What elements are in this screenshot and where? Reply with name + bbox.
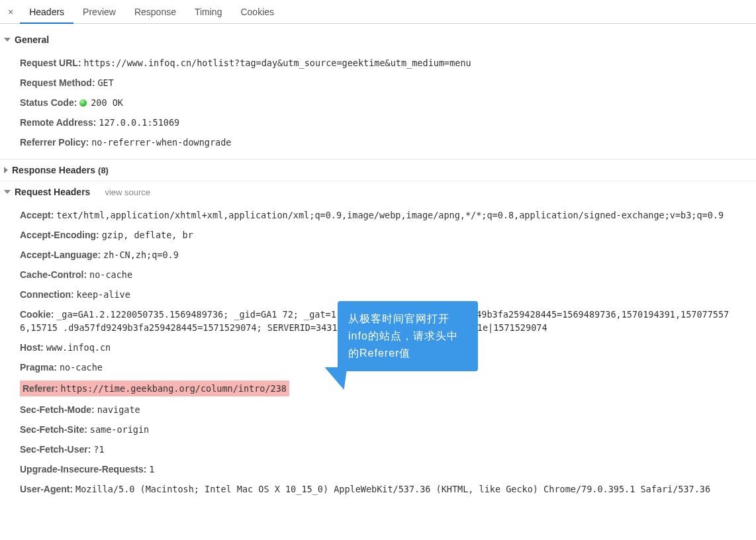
referer-highlight: Referer: https://time.geekbang.org/colum…: [20, 381, 289, 396]
accept-value: text/html,application/xhtml+xml,applicat…: [56, 210, 724, 220]
cookie-label: Cookie:: [20, 309, 54, 320]
annotation-tail-icon: [322, 367, 348, 390]
chevron-down-icon: [4, 38, 11, 42]
view-source-link[interactable]: view source: [105, 187, 150, 197]
pragma-value: no-cache: [60, 362, 103, 373]
cache-control-label: Cache-Control:: [20, 269, 87, 280]
accept-encoding-value: gzip, deflate, br: [102, 230, 193, 240]
chevron-down-icon: [4, 190, 11, 194]
status-code-value: 200 OK: [91, 97, 123, 108]
status-code-label: Status Code:: [20, 97, 77, 108]
referrer-policy-value: no-referrer-when-downgrade: [91, 137, 231, 148]
connection-label: Connection:: [20, 289, 74, 300]
sec-fetch-site-label: Sec-Fetch-Site:: [20, 424, 87, 435]
section-general-title: General: [15, 34, 49, 45]
sec-fetch-user-row: Sec-Fetch-User: ?1: [20, 439, 736, 459]
annotation-bubble: 从极客时间官网打开info的站点，请求头中的Referer值: [338, 301, 478, 371]
upgrade-insecure-label: Upgrade-Insecure-Requests:: [20, 464, 146, 474]
accept-language-value: zh-CN,zh;q=0.9: [103, 249, 179, 260]
sec-fetch-mode-value: navigate: [97, 404, 140, 415]
referer-value: https://time.geekbang.org/column/intro/2…: [61, 383, 287, 394]
request-url-row: Request URL: https://www.infoq.cn/hotlis…: [20, 53, 736, 73]
section-response-headers-title: Response Headers: [12, 165, 95, 175]
remote-address-label: Remote Address:: [20, 117, 96, 128]
accept-language-row: Accept-Language: zh-CN,zh;q=0.9: [20, 245, 736, 265]
referrer-policy-label: Referrer Policy:: [20, 137, 89, 148]
connection-value: keep-alive: [77, 289, 130, 300]
upgrade-insecure-row: Upgrade-Insecure-Requests: 1: [20, 459, 736, 479]
general-block: Request URL: https://www.infoq.cn/hotlis…: [0, 50, 756, 159]
section-request-headers-header[interactable]: Request Headers view source: [0, 181, 756, 202]
referer-label: Referer:: [23, 383, 58, 394]
close-icon[interactable]: ×: [1, 7, 20, 17]
host-value: www.infoq.cn: [46, 342, 111, 353]
cache-control-value: no-cache: [89, 269, 132, 280]
sec-fetch-site-row: Sec-Fetch-Site: same-origin: [20, 420, 736, 439]
section-general-header[interactable]: General: [0, 29, 756, 50]
user-agent-row: User-Agent: Mozilla/5.0 (Macintosh; Inte…: [20, 479, 736, 499]
user-agent-value: Mozilla/5.0 (Macintosh; Intel Mac OS X 1…: [75, 484, 710, 494]
request-method-row: Request Method: GET: [20, 73, 736, 93]
headers-panel: General Request URL: https://www.infoq.c…: [0, 24, 756, 511]
tab-headers[interactable]: Headers: [20, 0, 73, 24]
accept-label: Accept:: [20, 210, 54, 220]
referer-row: Referer: https://time.geekbang.org/colum…: [20, 377, 736, 400]
remote-address-value: 127.0.0.1:51069: [99, 117, 179, 128]
response-headers-count: (8): [98, 165, 109, 175]
sec-fetch-mode-label: Sec-Fetch-Mode:: [20, 404, 95, 415]
request-url-value: https://www.infoq.cn/hotlist?tag=day&utm…: [83, 58, 471, 68]
accept-language-label: Accept-Language:: [20, 249, 101, 260]
accept-encoding-label: Accept-Encoding:: [20, 230, 99, 240]
sec-fetch-user-label: Sec-Fetch-User:: [20, 444, 91, 455]
status-dot-icon: [79, 99, 87, 107]
accept-row: Accept: text/html,application/xhtml+xml,…: [20, 205, 736, 225]
tab-preview[interactable]: Preview: [73, 0, 125, 24]
request-method-label: Request Method:: [20, 77, 95, 88]
pragma-label: Pragma:: [20, 362, 57, 373]
chevron-right-icon: [4, 167, 8, 173]
devtools-tabs: × Headers Preview Response Timing Cookie…: [0, 0, 756, 24]
section-request-headers-title: Request Headers: [15, 187, 90, 197]
tab-response[interactable]: Response: [125, 0, 185, 24]
request-method-value: GET: [97, 77, 113, 88]
tab-timing[interactable]: Timing: [185, 0, 232, 24]
request-url-label: Request URL:: [20, 58, 81, 68]
cache-control-row: Cache-Control: no-cache: [20, 265, 736, 285]
remote-address-row: Remote Address: 127.0.0.1:51069: [20, 112, 736, 132]
referrer-policy-row: Referrer Policy: no-referrer-when-downgr…: [20, 132, 736, 152]
sec-fetch-site-value: same-origin: [90, 424, 149, 435]
annotation-callout: 从极客时间官网打开info的站点，请求头中的Referer值: [338, 301, 478, 371]
host-label: Host:: [20, 342, 44, 353]
user-agent-label: User-Agent:: [20, 484, 73, 494]
accept-encoding-row: Accept-Encoding: gzip, deflate, br: [20, 225, 736, 245]
tab-cookies[interactable]: Cookies: [231, 0, 283, 24]
section-response-headers-header[interactable]: Response Headers (8): [0, 159, 756, 181]
upgrade-insecure-value: 1: [149, 464, 154, 474]
sec-fetch-user-value: ?1: [93, 444, 104, 455]
sec-fetch-mode-row: Sec-Fetch-Mode: navigate: [20, 400, 736, 420]
status-code-row: Status Code: 200 OK: [20, 93, 736, 112]
annotation-text: 从极客时间官网打开info的站点，请求头中的Referer值: [348, 313, 458, 359]
